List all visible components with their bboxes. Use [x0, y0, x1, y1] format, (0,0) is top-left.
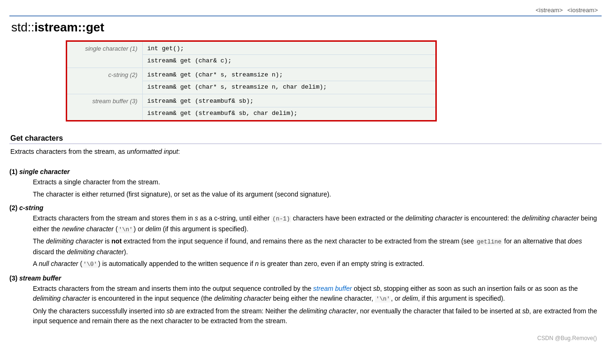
- watermark: CSDN @Bug.Remove(): [9, 335, 602, 341]
- nav-istream-link[interactable]: <istream>: [536, 7, 563, 14]
- item-2-para-2: The delimiting character is not extracte…: [33, 236, 602, 257]
- table-row: c-string (2) istream& get (char* s, stre…: [67, 68, 435, 81]
- item-1: (1) single character Extracts a single c…: [9, 168, 602, 199]
- item-3-para-1: Extracts characters from the stream and …: [33, 284, 602, 304]
- top-nav: <istream> <iostream>: [9, 5, 602, 15]
- namespace-prefix: std::: [11, 20, 34, 34]
- item-3: (3) stream buffer Extracts characters fr…: [9, 274, 602, 326]
- table-row: stream buffer (3) istream& get (streambu…: [67, 94, 435, 107]
- overload-code-1a: int get();: [142, 42, 435, 55]
- item-1-title: (1) single character: [9, 168, 602, 175]
- item-2-para-1: Extracts characters from the stream and …: [33, 213, 602, 235]
- item-2-para-3: A null character ('\0') is automatically…: [33, 259, 602, 269]
- item-2: (2) c-string Extracts characters from th…: [9, 204, 602, 269]
- nav-iostream-link[interactable]: <iostream>: [567, 7, 598, 14]
- page-title: std::istream::get: [9, 20, 602, 35]
- stream-buffer-link[interactable]: stream buffer: [313, 285, 352, 292]
- item-2-title: (2) c-string: [9, 204, 602, 212]
- intro-text: Extracts characters from the stream, as …: [9, 147, 602, 157]
- item-3-para-2: Only the characters successfully inserte…: [33, 306, 602, 326]
- overload-label-1: single character (1): [67, 42, 142, 68]
- overload-label-3: stream buffer (3): [67, 94, 142, 121]
- top-divider: [9, 15, 602, 16]
- overload-code-1b: istream& get (char& c);: [142, 55, 435, 68]
- overload-label-2: c-string (2): [67, 68, 142, 94]
- overload-code-2b: istream& get (char* s, streamsize n, cha…: [142, 81, 435, 94]
- function-name: istream::get: [34, 20, 104, 34]
- item-3-title: (3) stream buffer: [9, 274, 602, 282]
- table-row: single character (1) int get();: [67, 42, 435, 55]
- item-1-para-1: Extracts a single character from the str…: [33, 177, 602, 188]
- overload-table: single character (1) int get(); istream&…: [67, 42, 435, 120]
- section-heading: Get characters: [9, 134, 602, 144]
- getline-link[interactable]: getline: [476, 237, 503, 245]
- item-1-para-2: The character is either returned (first …: [33, 190, 602, 200]
- overload-code-3b: istream& get (streambuf& sb, char delim)…: [142, 107, 435, 121]
- overload-code-2a: istream& get (char* s, streamsize n);: [142, 68, 435, 81]
- overload-code-3a: istream& get (streambuf& sb);: [142, 94, 435, 107]
- overload-box: single character (1) int get(); istream&…: [66, 40, 437, 121]
